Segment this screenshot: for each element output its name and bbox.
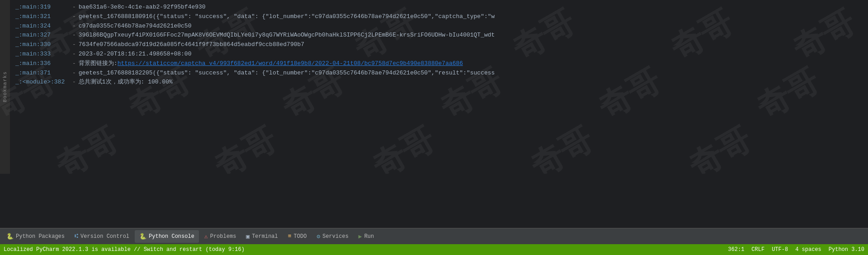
line-dash: - [72,59,76,69]
line-ref: _:main:321 [15,12,70,22]
console-line: _:main:319 - bae631a6-3e8c-4c1e-aab2-92f… [12,3,866,12]
line-ref: _:main:330 [15,40,70,50]
console-line: _:main:321 - geetest_1676888180916({"sta… [12,12,866,22]
toolbar-tab-python-packages[interactable]: 🐍Python Packages [2,230,69,243]
interpreter[interactable]: Python 3.10 [829,246,864,253]
services-label: Services [322,233,349,240]
run-icon: ▶ [359,233,362,240]
console-line: _:main:371 - geetest_1676888182205({"sta… [12,69,866,78]
terminal-label: Terminal [252,233,278,240]
line-dash: - [72,40,76,50]
line-dash: - [72,22,76,31]
encoding[interactable]: UTF-8 [772,246,788,253]
toolbar-tab-run[interactable]: ▶Run [354,230,378,243]
problems-icon: ⚠ [204,233,208,240]
version-control-icon: ⑆ [75,233,78,240]
line-dash: - [72,31,76,40]
python-packages-label: Python Packages [16,233,65,240]
line-dash: - [72,78,76,87]
console-line: _:main:336 - 背景图链接为:https://static com/c… [12,59,866,69]
console-line: _:<module>:382 - 总共测试1次，成功率为: 100.00% [12,78,866,87]
status-bar: Localized PyCharm 2022.1.3 is available … [0,244,868,255]
status-message: Localized PyCharm 2022.1.3 is available … [4,246,245,253]
line-ref: _:main:333 [15,50,70,59]
cursor-position[interactable]: 362:1 [728,246,744,253]
toolbar-tab-python-console[interactable]: 🐍Python Console [135,230,199,243]
toolbar-tab-terminal[interactable]: ▣Terminal [241,230,282,243]
line-dash: - [72,12,76,22]
console-content: _:main:319 - bae631a6-3e8c-4c1e-aab2-92f… [10,0,868,214]
line-content: bae631a6-3e8c-4c1e-aab2-92f95bf4e930 [79,3,206,12]
line-dash: - [72,50,76,59]
line-ending[interactable]: CRLF [751,246,764,253]
line-content: 39Gl86BQgpTxeuyf4iPX01G6FFoc27mpAK8V6OEV… [79,31,495,40]
toolbar-tab-services[interactable]: ⚙Services [312,230,353,243]
line-ref: _:main:324 [15,22,70,31]
console-line: _:main:327 - 39Gl86BQgpTxeuyf4iPX01G6FFo… [12,31,866,40]
line-content-link[interactable]: https://static [118,59,167,69]
services-icon: ⚙ [316,233,320,240]
version-control-label: Version Control [80,233,129,240]
terminal-icon: ▣ [246,233,250,240]
bookmarks-label: Bookmarks [2,71,8,102]
line-content: geetest_1676888180916({"status": "succes… [79,12,495,22]
line-ref: _:<module>:382 [15,78,70,87]
sidebar-bookmarks[interactable]: Bookmarks [0,0,10,174]
line-ref: _:main:319 [15,3,70,12]
todo-icon: ≡ [288,233,292,240]
line-ref: _:main:327 [15,31,70,40]
console-line: _:main:330 - 7634fe07566abdca97d19d26a08… [12,40,866,50]
todo-label: TODO [294,233,307,240]
console-line: _:main:324 - c97da0355c7646b78ae794d2621… [12,22,866,31]
python-console-label: Python Console [149,233,194,240]
console-line: _:main:333 - 2023-02-20T18:16:21.498658+… [12,50,866,59]
bottom-toolbar: 🐍Python Packages⑆Version Control🐍Python … [0,228,868,244]
python-console-icon: 🐍 [139,233,146,240]
line-content: geetest_1676888182205({"status": "succes… [79,69,495,78]
toolbar-tab-problems[interactable]: ⚠Problems [200,230,241,243]
toolbar-tab-todo[interactable]: ≡TODO [283,230,311,243]
run-label: Run [364,233,374,240]
line-content-suffix: com/captcha_v4/993f682ed1/word/491f18e9b… [167,59,463,69]
line-content-prefix: 背景图链接为: [79,59,118,69]
indent[interactable]: 4 spaces [795,246,821,253]
line-content: 7634fe07566abdca97d19d26a085fc4641f9f73b… [79,40,304,50]
problems-label: Problems [210,233,236,240]
toolbar-tab-version-control[interactable]: ⑆Version Control [70,230,134,243]
line-content: 2023-02-20T18:16:21.498658+08:00 [79,50,192,59]
console-area: Bookmarks _:main:319 - bae631a6-3e8c-4c1… [0,0,868,214]
line-content: 总共测试1次，成功率为: 100.00% [79,78,173,87]
line-ref: _:main:371 [15,69,70,78]
line-dash: - [72,3,76,12]
line-ref: _:main:336 [15,59,70,69]
status-left: Localized PyCharm 2022.1.3 is available … [4,246,245,253]
line-content: c97da0355c7646b78ae794d2621e0c50 [79,22,192,31]
status-right: 362:1 CRLF UTF-8 4 spaces Python 3.10 [728,246,864,253]
python-packages-icon: 🐍 [6,233,14,240]
line-dash: - [72,69,76,78]
